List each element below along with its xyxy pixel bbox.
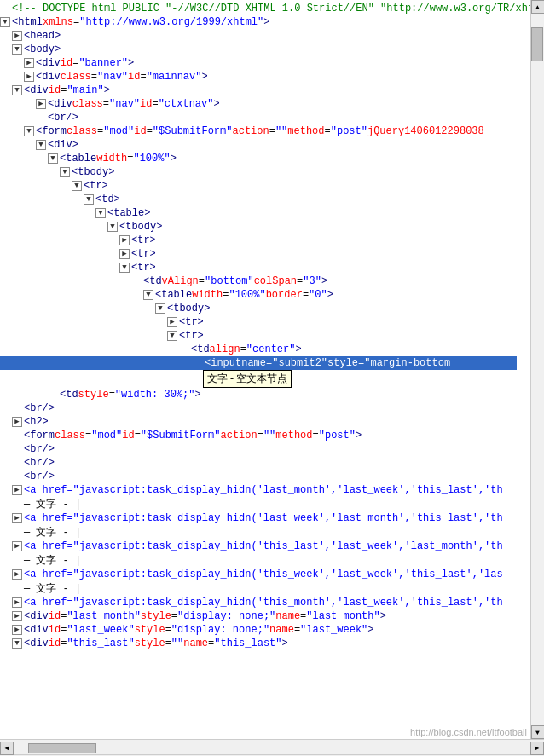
attr-value: "last_month" xyxy=(67,609,140,623)
expand-icon[interactable]: ▼ xyxy=(72,181,82,191)
attr-value: "0" xyxy=(309,288,327,302)
code-line: ▶ <tr> xyxy=(0,247,517,261)
attr-value: "last_week" xyxy=(67,623,134,637)
tag-open: <td> xyxy=(95,193,120,206)
expand-icon[interactable]: ▶ xyxy=(36,99,46,109)
attr-value: "banner" xyxy=(78,56,128,70)
scrollbar-vertical[interactable]: ▲ ▼ xyxy=(530,0,544,739)
equals: = xyxy=(91,70,97,84)
code-line: — 文字 - | xyxy=(0,525,517,540)
equals: = xyxy=(152,97,158,111)
attr-value: "post" xyxy=(319,429,356,442)
expand-icon[interactable]: ▼ xyxy=(95,208,106,218)
attr-name: xmlns xyxy=(43,15,73,29)
expand-icon[interactable]: ▼ xyxy=(119,263,130,273)
expand-icon[interactable]: ▶ xyxy=(12,513,22,523)
scroll-up-arrow[interactable]: ▲ xyxy=(531,0,545,14)
code-line: 文字 - 空文本节点 xyxy=(0,370,517,388)
equals: = xyxy=(325,124,331,138)
code-line: ▶ <div class="nav" id="ctxtnav"> xyxy=(0,97,517,111)
code-line: ▶ <a href="javascript:task_display_hidn(… xyxy=(0,540,517,553)
attr-value: "center" xyxy=(246,343,296,356)
attr-name: id xyxy=(122,429,134,442)
attr-value: "http://www.w3.org/1999/xhtml" xyxy=(79,15,263,29)
attr-value: "" xyxy=(171,637,183,650)
text-node: — 文字 - | xyxy=(24,497,81,511)
scroll-thumb-vertical[interactable] xyxy=(531,27,543,61)
scroll-thumb-horizontal[interactable] xyxy=(28,743,96,753)
tag-open: <br/> xyxy=(24,456,55,470)
equals: = xyxy=(61,609,67,623)
expand-icon[interactable]: ▼ xyxy=(48,153,58,164)
code-line: ▼ <tbody> xyxy=(0,165,517,179)
expand-icon[interactable]: ▼ xyxy=(12,638,22,649)
expand-icon[interactable]: ▼ xyxy=(167,331,177,341)
scrollbar-horizontal[interactable] xyxy=(14,742,530,755)
expand-icon[interactable]: ▶ xyxy=(24,72,34,82)
expand-icon[interactable]: ▶ xyxy=(119,235,130,245)
expand-icon[interactable]: ▼ xyxy=(12,85,22,95)
tag-close: > xyxy=(295,343,301,356)
equals: = xyxy=(147,124,153,138)
selected-attr2: style= xyxy=(327,356,364,370)
equals: = xyxy=(294,623,300,637)
equals: = xyxy=(297,274,303,288)
equals: = xyxy=(258,429,263,442)
tag-close: > xyxy=(263,15,269,29)
attr-name: class xyxy=(61,70,91,84)
expand-icon[interactable]: ▼ xyxy=(143,290,153,300)
tag-open: <tbody> xyxy=(167,302,210,315)
equals: = xyxy=(73,15,79,29)
tag-open: <table xyxy=(155,288,192,302)
attr-name: method xyxy=(275,429,312,442)
expand-icon[interactable]: ▶ xyxy=(119,249,130,259)
equals: = xyxy=(300,609,306,623)
code-line: <br/> xyxy=(0,470,517,483)
expand-icon[interactable]: ▼ xyxy=(60,167,70,177)
code-line: ▼ <div id="main"> xyxy=(0,84,517,97)
expand-icon[interactable]: ▶ xyxy=(12,625,22,635)
equals: = xyxy=(199,274,205,288)
scroll-down-arrow[interactable]: ▼ xyxy=(531,725,545,739)
tag-open: <tr> xyxy=(179,329,204,343)
scroll-left-arrow[interactable]: ◀ xyxy=(0,742,14,755)
link-tag: <a href="javascript:task_display_hidn('l… xyxy=(24,511,503,525)
code-line: <td style="width: 30%;"> xyxy=(0,388,517,401)
tag-open: <tr> xyxy=(131,261,156,274)
expand-icon[interactable]: ▶ xyxy=(167,317,177,327)
tag-open: <div xyxy=(24,84,49,97)
expand-icon[interactable]: ▶ xyxy=(12,31,22,41)
scroll-right-arrow[interactable]: ▶ xyxy=(530,742,544,755)
equals: = xyxy=(165,623,171,637)
expand-icon[interactable]: ▼ xyxy=(12,44,22,55)
attr-value: "this_last" xyxy=(67,637,134,650)
expand-icon[interactable]: ▶ xyxy=(24,58,34,68)
selected-code-line[interactable]: <input name="submit2" style="margin-bott… xyxy=(0,356,517,370)
expand-icon[interactable]: ▶ xyxy=(12,597,22,608)
selected-attr-val2: "margin-bottom xyxy=(364,356,450,370)
line-area: <!-- DOCTYPE html PUBLIC "-//W3C//DTD XH… xyxy=(0,0,530,739)
expand-icon[interactable]: ▼ xyxy=(107,222,118,232)
equals: = xyxy=(127,152,133,165)
attr-name: id xyxy=(140,97,152,111)
expand-icon[interactable]: ▼ xyxy=(36,140,46,150)
expand-icon[interactable]: ▶ xyxy=(12,417,22,427)
expand-icon[interactable]: ▶ xyxy=(12,569,22,580)
expand-icon[interactable]: ▼ xyxy=(24,126,34,136)
equals: = xyxy=(140,70,146,84)
comment-node: <!-- DOCTYPE html PUBLIC "-//W3C//DTD XH… xyxy=(12,2,530,15)
expand-icon[interactable]: ▶ xyxy=(12,541,22,551)
expand-icon[interactable]: ▼ xyxy=(84,194,94,205)
code-line: — 文字 - | xyxy=(0,497,517,511)
expand-icon[interactable]: ▼ xyxy=(0,17,10,27)
attr-value: "3" xyxy=(303,274,321,288)
expand-icon[interactable]: ▶ xyxy=(12,611,22,621)
selected-attr-val: "submit2" xyxy=(272,356,327,370)
equals: = xyxy=(240,343,246,356)
attr-value: "100%" xyxy=(133,152,170,165)
attr-name: id xyxy=(61,56,72,70)
code-line: ▼ <tr> xyxy=(0,261,517,274)
tag-close: > xyxy=(128,56,134,70)
expand-icon[interactable]: ▶ xyxy=(12,485,22,495)
expand-icon[interactable]: ▼ xyxy=(155,303,165,314)
